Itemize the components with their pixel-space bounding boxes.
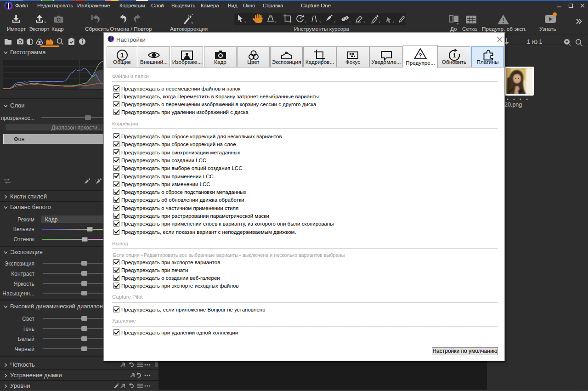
svg-text:1: 1 (120, 51, 124, 59)
svg-text:?: ? (418, 52, 422, 59)
svg-text:1: 1 (452, 52, 456, 59)
